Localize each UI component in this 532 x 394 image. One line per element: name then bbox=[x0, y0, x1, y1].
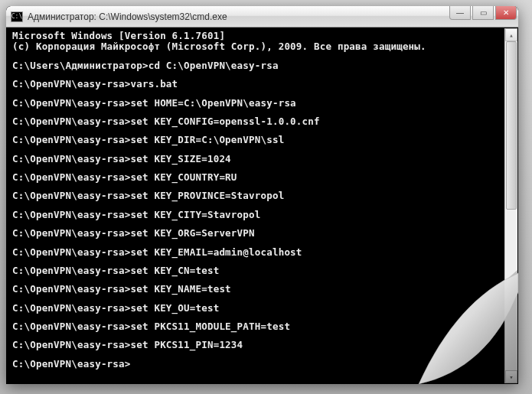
terminal-line: C:\OpenVPN\easy-rsa>set KEY_COUNTRY=RU bbox=[12, 172, 512, 183]
terminal-line: C:\OpenVPN\easy-rsa>vars.bat bbox=[12, 79, 512, 90]
scroll-up-button[interactable]: ▴ bbox=[505, 28, 517, 41]
terminal-line: C:\OpenVPN\easy-rsa>set KEY_DIR=C:\OpenV… bbox=[12, 135, 512, 145]
cmd-icon: C:\ bbox=[11, 11, 23, 22]
maximize-button[interactable]: ▭ bbox=[472, 6, 494, 20]
window-title: Администратор: C:\Windows\system32\cmd.e… bbox=[28, 11, 514, 22]
terminal-output[interactable]: Microsoft Windows [Version 6.1.7601] (c)… bbox=[6, 28, 518, 384]
close-button[interactable]: ✕ bbox=[495, 6, 517, 20]
terminal-line: C:\OpenVPN\easy-rsa>set KEY_ORG=ServerVP… bbox=[12, 228, 512, 239]
terminal-line: C:\OpenVPN\easy-rsa>set KEY_CITY=Stavrop… bbox=[12, 210, 512, 220]
vertical-scrollbar[interactable]: ▴ ▾ bbox=[504, 28, 517, 383]
terminal-line: C:\OpenVPN\easy-rsa>set KEY_SIZE=1024 bbox=[12, 154, 512, 164]
terminal-line: C:\OpenVPN\easy-rsa>set KEY_PROVINCE=Sta… bbox=[12, 190, 512, 201]
terminal-line: Microsoft Windows [Version 6.1.7601] bbox=[12, 31, 512, 41]
terminal-line: C:\OpenVPN\easy-rsa>set PKCS11_MODULE_PA… bbox=[12, 321, 512, 332]
terminal-line: C:\OpenVPN\easy-rsa>set KEY_CN=test bbox=[12, 265, 512, 276]
terminal-line: C:\OpenVPN\easy-rsa>set KEY_NAME=test bbox=[12, 284, 512, 295]
terminal-prompt: C:\OpenVPN\easy-rsa> bbox=[12, 359, 512, 370]
scroll-down-button[interactable]: ▾ bbox=[505, 370, 517, 383]
scroll-thumb[interactable] bbox=[506, 41, 517, 210]
terminal-line: C:\OpenVPN\easy-rsa>set KEY_EMAIL=admin@… bbox=[12, 247, 512, 258]
terminal-line: C:\OpenVPN\easy-rsa>set HOME=C:\OpenVPN\… bbox=[12, 98, 512, 109]
terminal-line: C:\OpenVPN\easy-rsa>set KEY_OU=test bbox=[12, 303, 512, 314]
minimize-button[interactable]: — bbox=[449, 6, 471, 20]
titlebar[interactable]: C:\ Администратор: C:\Windows\system32\c… bbox=[6, 6, 518, 28]
cmd-window: C:\ Администратор: C:\Windows\system32\c… bbox=[6, 6, 518, 384]
terminal-line: C:\OpenVPN\easy-rsa>set KEY_CONFIG=opens… bbox=[12, 116, 512, 127]
cmd-icon-text: C:\ bbox=[11, 14, 22, 20]
terminal-line: C:\OpenVPN\easy-rsa>set PKCS11_PIN=1234 bbox=[12, 340, 512, 350]
terminal-line: (c) Корпорация Майкрософт (Microsoft Cor… bbox=[12, 41, 512, 52]
terminal-line: C:\Users\Администратор>cd C:\OpenVPN\eas… bbox=[12, 60, 512, 71]
window-controls: — ▭ ✕ bbox=[449, 6, 517, 20]
